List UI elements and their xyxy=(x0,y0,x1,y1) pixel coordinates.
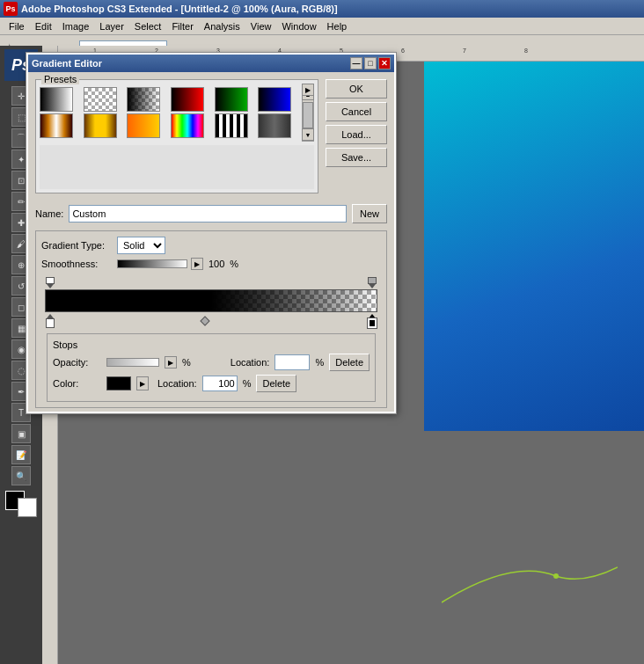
presets-grid-area: ▲ ▼ xyxy=(40,87,314,142)
name-row: Name: New xyxy=(28,201,394,227)
name-input[interactable] xyxy=(69,205,347,223)
preset-stripes[interactable] xyxy=(215,113,248,138)
gradient-stops-top xyxy=(45,275,377,289)
opacity-arrow[interactable]: ▶ xyxy=(165,356,177,368)
dialog-title-bar: Gradient Editor — □ ✕ xyxy=(28,55,394,72)
menu-filter[interactable]: Filter xyxy=(166,19,198,33)
opacity-row: Opacity: ▶ % Location: % Delete xyxy=(53,354,370,371)
menu-view[interactable]: View xyxy=(245,19,277,33)
stops-section: Stops Opacity: ▶ % Location: % Delete Co… xyxy=(47,333,376,402)
preset-green[interactable] xyxy=(215,87,248,112)
presets-panel: Presets ▶ xyxy=(35,79,318,193)
color-stop-left[interactable] xyxy=(45,314,55,330)
opacity-unit: % xyxy=(182,357,191,368)
curve-overlay xyxy=(442,541,618,611)
notes-tool[interactable]: 📝 xyxy=(11,445,31,464)
smoothness-slider-container: ▶ xyxy=(117,258,203,270)
menu-image[interactable]: Image xyxy=(57,19,95,33)
menu-edit[interactable]: Edit xyxy=(30,19,57,33)
dialog-minimize-button[interactable]: — xyxy=(350,57,362,69)
menu-help[interactable]: Help xyxy=(322,19,353,33)
presets-empty-area xyxy=(40,145,314,189)
title-bar: Ps Adobe Photoshop CS3 Extended - [Untit… xyxy=(0,0,644,18)
opacity-stop-right[interactable] xyxy=(367,277,377,289)
smoothness-arrow-btn[interactable]: ▶ xyxy=(191,258,203,270)
preset-rainbow[interactable] xyxy=(171,113,204,138)
preset-gold[interactable] xyxy=(84,113,117,138)
preset-red[interactable] xyxy=(171,87,204,112)
gradient-bar-container xyxy=(41,275,381,330)
color-arrow[interactable]: ▶ xyxy=(136,376,149,390)
preset-copper[interactable] xyxy=(40,113,73,138)
color-swatch[interactable] xyxy=(106,376,131,390)
presets-label: Presets xyxy=(41,74,79,84)
color-location-input[interactable] xyxy=(202,376,238,391)
menu-layer[interactable]: Layer xyxy=(94,19,129,33)
opacity-location-label: Location: xyxy=(231,357,270,368)
smoothness-value: 100 xyxy=(209,259,224,269)
opacity-delete-button[interactable]: Delete xyxy=(329,354,370,371)
gradient-settings: Gradient Type: Solid Noise Smoothness: ▶… xyxy=(35,230,387,408)
scroll-down-arrow[interactable]: ▼ xyxy=(302,128,314,141)
dialog-body: Presets ▶ xyxy=(28,72,394,201)
dialog-title: Gradient Editor xyxy=(32,58,102,69)
scroll-thumb[interactable] xyxy=(303,102,313,128)
zoom-tool[interactable]: 🔍 xyxy=(11,466,31,485)
gradient-preview-bar[interactable] xyxy=(45,289,377,312)
cancel-button[interactable]: Cancel xyxy=(326,102,387,121)
preset-checker[interactable] xyxy=(84,87,117,112)
shape-tool[interactable]: ▣ xyxy=(11,424,31,443)
color-location-unit: % xyxy=(243,378,252,389)
preset-black-checker[interactable] xyxy=(127,87,160,112)
name-label: Name: xyxy=(35,208,63,219)
gradient-type-row: Gradient Type: Solid Noise xyxy=(41,237,381,254)
menu-bar: File Edit Image Layer Select Filter Anal… xyxy=(0,18,644,35)
menu-select[interactable]: Select xyxy=(129,19,167,33)
color-delete-button[interactable]: Delete xyxy=(256,375,296,392)
color-row: Color: ▶ Location: % Delete xyxy=(53,375,370,392)
presets-menu-arrow[interactable]: ▶ xyxy=(302,84,314,96)
smoothness-row: Smoothness: ▶ 100 % xyxy=(41,258,381,270)
opacity-location-unit: % xyxy=(315,357,324,368)
opacity-slider[interactable] xyxy=(106,358,159,367)
color-location-label: Location: xyxy=(157,378,197,389)
preset-black-white[interactable] xyxy=(40,87,73,112)
gradient-preview-inner xyxy=(46,290,377,311)
color-label: Color: xyxy=(53,378,101,389)
opacity-label: Opacity: xyxy=(53,357,101,368)
gradient-type-label: Gradient Type: xyxy=(41,240,112,251)
new-button[interactable]: New xyxy=(352,204,387,223)
smoothness-track[interactable] xyxy=(117,259,187,268)
preset-blue[interactable] xyxy=(258,87,291,112)
presets-row-2 xyxy=(40,113,300,138)
window-title: Adobe Photoshop CS3 Extended - [Untitled… xyxy=(21,4,338,14)
presets-group: Presets ▶ xyxy=(35,79,318,193)
gradient-stops-bottom xyxy=(45,312,377,330)
opacity-location-input[interactable] xyxy=(274,354,310,370)
preset-dark[interactable] xyxy=(258,113,291,138)
save-button[interactable]: Save... xyxy=(326,148,387,167)
menu-analysis[interactable]: Analysis xyxy=(199,19,245,33)
gradient-editor-dialog: Gradient Editor — □ ✕ Presets ▶ xyxy=(26,53,396,413)
gradient-type-select[interactable]: Solid Noise xyxy=(117,237,165,254)
opacity-stop-left[interactable] xyxy=(45,277,55,289)
foreground-background-colors[interactable] xyxy=(5,491,37,517)
ok-button[interactable]: OK xyxy=(326,79,387,99)
svg-point-0 xyxy=(553,573,559,579)
canvas-cyan-gradient xyxy=(424,62,644,431)
app-icon: Ps xyxy=(4,2,18,16)
preset-orange[interactable] xyxy=(127,113,160,138)
load-button[interactable]: Load... xyxy=(326,125,387,144)
gradient-midpoint[interactable] xyxy=(200,316,209,325)
stops-title: Stops xyxy=(53,339,370,350)
dialog-maximize-button[interactable]: □ xyxy=(364,57,377,69)
color-stop-right[interactable] xyxy=(367,314,377,330)
presets-scroll xyxy=(40,87,300,142)
presets-row-1 xyxy=(40,87,300,112)
menu-window[interactable]: Window xyxy=(276,19,321,33)
dialog-window-controls: — □ ✕ xyxy=(350,57,391,69)
smoothness-unit: % xyxy=(230,259,238,269)
dialog-action-buttons: OK Cancel Load... Save... xyxy=(326,79,387,193)
menu-file[interactable]: File xyxy=(4,19,30,33)
dialog-close-button[interactable]: ✕ xyxy=(378,57,391,69)
